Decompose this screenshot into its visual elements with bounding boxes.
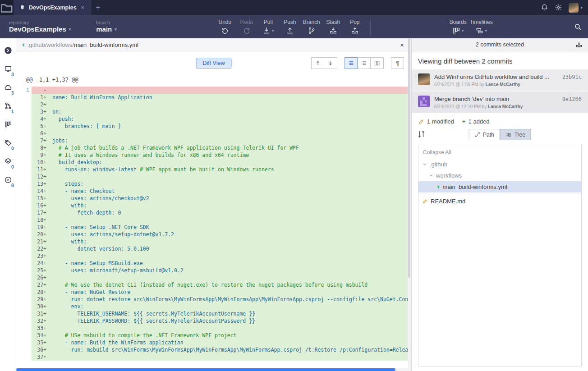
tags-button[interactable]: 0: [0, 133, 16, 152]
line-content: with:: [49, 202, 411, 209]
new-line-number: 37+: [32, 353, 49, 361]
vertical-scrollbar-thumb[interactable]: [408, 38, 410, 278]
settings-gear-icon[interactable]: [555, 4, 562, 11]
pop-button[interactable]: Pop: [344, 18, 366, 36]
submodules-button[interactable]: 0: [0, 152, 16, 170]
diff-line: 7+jobs:: [16, 137, 411, 144]
chevron-down-icon[interactable]: [422, 162, 427, 167]
line-content: branches: [ main ]: [49, 123, 411, 130]
new-tab-button[interactable]: +: [91, 0, 105, 15]
actions-button[interactable]: 8: [0, 170, 16, 189]
stash-button[interactable]: Stash: [322, 18, 344, 36]
unified-view-button[interactable]: [345, 57, 358, 69]
diff-file-header: + .github/workflows/main_build-winforms.…: [16, 38, 411, 51]
commit-row[interactable]: Add WinForms GitHub workflow and build .…: [412, 69, 588, 91]
path-view-button[interactable]: Path: [469, 129, 500, 140]
repo-tab[interactable]: DevOpsExamples ×: [14, 0, 91, 15]
commit-hash[interactable]: 23b91c: [562, 74, 582, 80]
tree-gap: [418, 192, 581, 196]
branch-name: main: [96, 25, 112, 33]
diff-line: 15+ uses: actions/checkout@v2: [16, 195, 411, 202]
tree-file-row[interactable]: +main_build-winforms.yml: [418, 181, 581, 192]
diff-line: 1+name: Build WinForms Application: [16, 94, 411, 101]
line-content: [49, 252, 411, 260]
commit-author: Lance McCarthy: [488, 104, 523, 109]
tree-folder-row[interactable]: .github: [418, 159, 581, 170]
diff-line: 21+ with:: [16, 238, 411, 245]
toolbar-button-label: Redo: [240, 19, 253, 25]
undo-button[interactable]: Undo: [214, 18, 236, 36]
diff-line: 34+ # USe msbuild to compile the .NET Fr…: [16, 332, 411, 339]
local-branches-button[interactable]: 3: [0, 60, 16, 78]
branch-button[interactable]: Branch: [301, 18, 322, 36]
new-line-number: 32+: [32, 317, 49, 325]
notifications-bell-icon[interactable]: [541, 4, 548, 11]
line-content: uses: actions/checkout@v2: [49, 195, 411, 202]
pull-requests-button[interactable]: 1: [0, 96, 16, 115]
chevron-down-icon[interactable]: [428, 173, 433, 178]
diff-line: 16+ with:: [16, 202, 411, 209]
timelines-button[interactable]: Timelines▾: [469, 18, 494, 36]
commit-hash[interactable]: 8e1206: [562, 96, 582, 102]
sort-icon: [417, 130, 426, 138]
branch-selector[interactable]: branch main▾: [96, 20, 117, 33]
line-content: [49, 130, 411, 137]
undo-icon: [221, 27, 229, 35]
profile-menu-button[interactable]: ▾: [569, 3, 583, 13]
collapse-left-panel-button[interactable]: [0, 41, 16, 60]
split-view-button[interactable]: [371, 57, 384, 69]
line-content: run: msbuild src\WinForms\MyWinFormsApp\…: [49, 346, 411, 353]
close-tab-icon[interactable]: ×: [80, 4, 86, 11]
chevron-down-icon: ▾: [580, 5, 583, 10]
kanban-board-button[interactable]: [0, 115, 16, 133]
redo-button[interactable]: Redo: [236, 18, 257, 36]
diff-line: 27+ # We use the dotnet CLI (instead of …: [16, 281, 411, 289]
old-line-number: [16, 317, 32, 325]
file-added-sign: +: [22, 41, 25, 48]
close-diff-icon[interactable]: ×: [398, 41, 406, 49]
old-line-number: [16, 339, 32, 346]
new-line-number: 27+: [32, 281, 49, 289]
whitespace-toggle-button[interactable]: ¶: [391, 57, 404, 69]
new-line-number: 18+: [32, 216, 49, 224]
repository-selector[interactable]: repository DevOpsExamples▾: [9, 20, 71, 33]
sort-button[interactable]: [417, 130, 426, 138]
prev-change-button[interactable]: [311, 57, 324, 69]
stash-icon: [329, 27, 337, 35]
pull-button[interactable]: Pull▾: [257, 18, 279, 36]
diff-line: 20+ uses: actions/setup-dotnet@v1.7.2: [16, 231, 411, 238]
dropdown-caret-icon[interactable]: ▾: [462, 28, 464, 33]
collapse-all-button[interactable]: Collapse All: [418, 145, 581, 159]
tree-view-button[interactable]: Tree: [500, 129, 531, 140]
repository-name: DevOpsExamples: [9, 25, 66, 33]
path-icon: [474, 132, 480, 137]
horizontal-scrollbar-thumb[interactable]: [16, 368, 395, 371]
diff-line: 35+ - name: Build the WinForms applicati…: [16, 339, 411, 346]
tree-folder-row[interactable]: workflows: [418, 170, 581, 181]
commit-date: 6/24/2021 @ 1:36 PM by: [434, 82, 486, 87]
push-button[interactable]: Push: [279, 18, 301, 36]
dropdown-caret-icon[interactable]: ▾: [272, 28, 274, 33]
commit-row[interactable]: Merge branch 'dev' into main8e12066/24/2…: [412, 91, 588, 113]
tree-icon: [506, 132, 512, 137]
next-change-button[interactable]: [324, 57, 337, 69]
line-content: uses: microsoft/setup-msbuild@v1.0.2: [49, 267, 411, 274]
tree-file-row[interactable]: README.md: [418, 196, 581, 207]
boards-button[interactable]: Boards▾: [447, 18, 469, 36]
old-line-number: [16, 108, 32, 115]
dropdown-caret-icon[interactable]: ▾: [485, 28, 487, 33]
open-repo-button[interactable]: [0, 0, 14, 15]
toolbar-button-label: Stash: [326, 19, 340, 25]
inline-view-button[interactable]: [358, 57, 371, 69]
diff-view-button[interactable]: Diff View: [196, 58, 232, 69]
vertical-scrollbar[interactable]: [408, 38, 411, 371]
remote-branches-button[interactable]: 3: [0, 78, 16, 96]
horizontal-scrollbar[interactable]: [16, 368, 411, 371]
search-button[interactable]: [574, 23, 582, 31]
commit-author-avatar: [418, 96, 430, 107]
diff-line: 17+ fetch-depth: 0: [16, 209, 411, 216]
count-badge: 1: [11, 109, 14, 114]
commit-meta: 6/24/2021 @ 1:36 PM by Lance McCarthy: [434, 82, 582, 87]
download-patch-button[interactable]: [575, 41, 583, 48]
layers-icon: [4, 157, 12, 165]
